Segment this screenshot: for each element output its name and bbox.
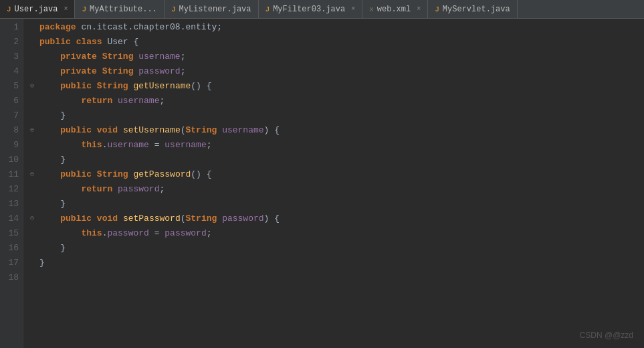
line-number: 17 [0, 256, 23, 270]
code-content: } [39, 241, 66, 256]
code-content: public void setPassword(String password)… [39, 211, 280, 226]
line-number: 3 [0, 50, 23, 64]
tab-close-icon[interactable]: × [351, 5, 355, 13]
line-number: 18 [0, 270, 23, 285]
code-line: ⊖ public void setPassword(String passwor… [30, 211, 644, 226]
no-fold-spacer [30, 138, 39, 153]
tab-bar: JUser.java×JMyAttribute...JMyListener.ja… [0, 0, 644, 19]
line-number: 5 [0, 79, 23, 94]
tab-file-icon: J [435, 5, 439, 13]
no-fold-spacer [30, 241, 39, 256]
code-content: } [39, 153, 66, 167]
code-line: public class User { [30, 35, 644, 50]
tab-myfilter03-java[interactable]: JMyFilter03.java× [259, 0, 363, 18]
code-line: } [30, 256, 644, 270]
no-fold-spacer [30, 108, 39, 123]
tab-file-icon: x [369, 5, 374, 13]
line-number: 7 [0, 108, 23, 123]
code-line: return username; [30, 94, 644, 108]
code-content: this.password = password; [39, 226, 212, 241]
code-line: private String username; [30, 50, 644, 64]
line-number: 8 [0, 123, 23, 138]
code-content: this.username = username; [39, 138, 212, 153]
code-content: public String getPassword() { [39, 167, 212, 182]
code-line: this.password = password; [30, 226, 644, 241]
fold-icon[interactable]: ⊖ [30, 123, 39, 138]
code-line: } [30, 197, 644, 211]
no-fold-spacer [30, 64, 39, 79]
line-number: 10 [0, 153, 23, 167]
code-content: return username; [39, 94, 165, 108]
code-content: package cn.itcast.chapter08.entity; [39, 20, 222, 35]
tab-label: MyFilter03.java [273, 5, 345, 14]
tab-label: web.xml [377, 5, 411, 14]
no-fold-spacer [30, 256, 39, 270]
tab-label: MyServlet.java [443, 5, 510, 14]
fold-icon[interactable]: ⊖ [30, 211, 39, 226]
fold-icon[interactable]: ⊖ [30, 167, 39, 182]
no-fold-spacer [30, 197, 39, 211]
tab-web-xml[interactable]: xweb.xml× [362, 0, 428, 18]
code-line [30, 270, 644, 285]
code-line: ⊖ public String getPassword() { [30, 167, 644, 182]
code-line: } [30, 153, 644, 167]
no-fold-spacer [30, 50, 39, 64]
fold-icon[interactable]: ⊖ [30, 79, 39, 94]
no-fold-spacer [30, 35, 39, 50]
tab-close-icon[interactable]: × [417, 5, 421, 13]
editor: 123456789101112131415161718 package cn.i… [0, 19, 644, 348]
line-number: 11 [0, 167, 23, 182]
tab-file-icon: J [265, 5, 270, 13]
tab-file-icon: J [82, 5, 86, 13]
line-number-gutter: 123456789101112131415161718 [0, 19, 23, 348]
tab-label: MyAttribute... [90, 5, 157, 14]
line-number: 1 [0, 20, 23, 35]
code-content: } [39, 197, 66, 211]
code-content: public String getUsername() { [39, 79, 212, 94]
line-number: 4 [0, 64, 23, 79]
no-fold-spacer [30, 94, 39, 108]
no-fold-spacer [30, 182, 39, 197]
tab-user-java[interactable]: JUser.java× [0, 0, 75, 18]
code-content: private String username; [39, 50, 186, 64]
no-fold-spacer [30, 226, 39, 241]
watermark: CSDN @@zzd [580, 331, 633, 340]
line-number: 2 [0, 35, 23, 50]
code-line: } [30, 108, 644, 123]
code-line: } [30, 241, 644, 256]
line-number: 15 [0, 226, 23, 241]
no-fold-spacer [30, 270, 39, 285]
code-content: } [39, 256, 45, 270]
code-line: ⊖ public void setUsername(String usernam… [30, 123, 644, 138]
line-number: 6 [0, 94, 23, 108]
code-line: ⊖ public String getUsername() { [30, 79, 644, 94]
line-number: 14 [0, 211, 23, 226]
tab-label: MyListener.java [179, 5, 251, 14]
tab-file-icon: J [7, 5, 11, 13]
tab-mylistener-java[interactable]: JMyListener.java [165, 0, 259, 18]
line-number: 12 [0, 182, 23, 197]
tab-myattribute---[interactable]: JMyAttribute... [75, 0, 164, 18]
tab-file-icon: J [171, 5, 176, 13]
code-content: public class User { [39, 35, 138, 50]
code-content: return password; [39, 182, 165, 197]
tab-myservlet-java[interactable]: JMyServlet.java [428, 0, 517, 18]
line-number: 13 [0, 197, 23, 211]
code-content: } [39, 108, 66, 123]
line-number: 9 [0, 138, 23, 153]
code-line: package cn.itcast.chapter08.entity; [30, 20, 644, 35]
code-line: private String password; [30, 64, 644, 79]
code-content: private String password; [39, 64, 186, 79]
line-number: 16 [0, 241, 23, 256]
code-line: return password; [30, 182, 644, 197]
code-line: this.username = username; [30, 138, 644, 153]
tab-close-icon[interactable]: × [64, 5, 68, 13]
no-fold-spacer [30, 153, 39, 167]
tab-label: User.java [15, 5, 58, 14]
code-content: public void setUsername(String username)… [39, 123, 280, 138]
code-area: package cn.itcast.chapter08.entity; publ… [23, 19, 644, 348]
no-fold-spacer [30, 20, 39, 35]
